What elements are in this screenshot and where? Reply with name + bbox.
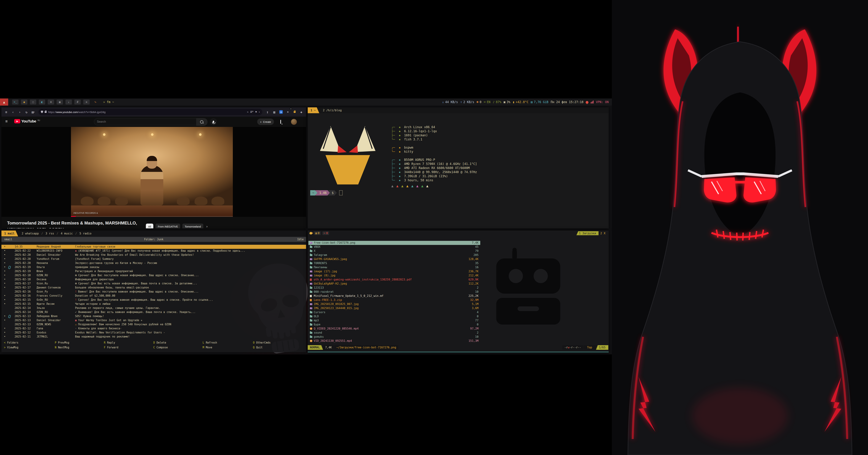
mail-row[interactable]: •2025-02-13Daniel Shnaider▣Your Warmy To… (1, 318, 306, 322)
arch-launcher-button[interactable]: ▲ (0, 98, 8, 105)
mail-row[interactable]: 2025-02-16Ozon_Py!Важно! Для Вас поступи… (1, 290, 306, 294)
youtube-logo[interactable]: ▶ YouTubeRU (14, 119, 40, 123)
keybind-compose[interactable]: CCompose (153, 346, 168, 349)
voice-search-button[interactable] (210, 118, 217, 125)
video-thumbnail[interactable]: iNEGATIVE RECORDS & (71, 127, 233, 217)
workspace-pulse[interactable]: ∿ (92, 100, 98, 104)
file-row[interactable]: image (17).jpg236,7K (308, 269, 480, 273)
mail-row[interactable]: •2025-02-18ОксанаИнформация для директор… (1, 278, 306, 282)
mail-tab[interactable]: 3 rss (45, 232, 54, 235)
vifm-tab-active[interactable]: 1 Загрузки (577, 231, 598, 235)
file-row[interactable]: X79 (308, 249, 480, 253)
keybind-quit[interactable]: QQuit (253, 346, 262, 349)
file-row[interactable]: Q_VIDEO_20241220_085546.mp497,2M (308, 327, 480, 331)
chevron-right-icon[interactable]: › (207, 225, 208, 228)
file-row[interactable]: GkC0yLaXgAAP-H2.jpeg112,2K (308, 282, 480, 286)
tracking-shield-icon[interactable] (41, 111, 43, 113)
mail-tab[interactable]: 2 whatsapp (22, 232, 39, 235)
reader-mode-button[interactable]: ▤▾ (30, 109, 36, 115)
keybind-reply[interactable]: RReply (104, 341, 115, 344)
file-row[interactable]: image (8).jpg212,4K (308, 273, 480, 278)
file-row[interactable]: gomuks10 (308, 335, 480, 339)
mail-row[interactable]: 2025-02-14OZON_RU✓ Внимание! Для Вас ест… (1, 310, 306, 314)
file-row[interactable]: mp377 (308, 319, 480, 323)
filter-chip[interactable]: From iNEGATIVE (155, 224, 180, 228)
filter-chip[interactable]: Tomorrowland (182, 224, 203, 228)
file-row[interactable]: VID_20241130_092551.mp4151,3M (308, 339, 480, 343)
file-row[interactable]: TORRENTS35 (308, 261, 480, 265)
password-manager-button[interactable] (291, 109, 298, 115)
file-row[interactable]: Telegram205 (308, 253, 480, 257)
ghost-module[interactable]: ☻0 (476, 100, 482, 104)
file-row[interactable]: IMG_20250128_091825_007.jpg5,1M (308, 302, 480, 306)
forward-button[interactable]: › (17, 109, 23, 115)
workspace-windows[interactable]: ⊞ (48, 100, 54, 104)
translate-icon[interactable]: A* (250, 110, 253, 113)
file-row[interactable]: OLD0 (308, 315, 480, 319)
workspace-browser[interactable]: ◉ (21, 100, 27, 104)
workspace-files[interactable]: ▢ (30, 100, 36, 104)
workspace-list[interactable]: ≡ (83, 100, 90, 104)
file-row[interactable]: Lens-FREE-1.3.zip32,9M (308, 298, 480, 302)
video-player[interactable]: iNEGATIVE RECORDS & (1, 127, 306, 217)
mail-row[interactable]: •2025-02-11JETMAILВаш надежный подрядчик… (1, 335, 306, 339)
mail-row[interactable]: •2025-02-15OzOn_RU!Срочно! Для Вас посту… (1, 298, 306, 302)
file-row[interactable]: VBOX45 (308, 245, 480, 249)
chevron-down-icon[interactable]: ▾ (259, 111, 260, 113)
mail-row[interactable]: •2025-02-13Лебедева ЮлияSOS! Нужна помощ… (1, 314, 306, 318)
url-text[interactable]: https://www.youtube.com/watch?v=5b8A-jgx… (48, 110, 245, 113)
keybind-forward[interactable]: FForward (104, 346, 118, 349)
mail-row[interactable]: •14:35Медведев АндрейГлобальные торговые… (1, 245, 306, 249)
mail-row[interactable]: •2025-02-19Ольгаприведем заказы (1, 265, 306, 269)
extension-blue-button[interactable]: ◆ (278, 109, 284, 115)
mail-row[interactable]: •2025-02-16Frances ConnollyDonation of $… (1, 294, 306, 298)
terminal-cursor[interactable] (339, 190, 343, 195)
terminal-tab[interactable]: 2 /h/z/blog (323, 108, 342, 112)
mail-row[interactable]: 2025-02-13OZON_NEWS⚠Поздравляем! Вам нач… (1, 322, 306, 326)
file-row[interactable]: Буря0 (308, 323, 480, 327)
bookmark-icon[interactable]: ⚑ (255, 110, 257, 113)
file-row[interactable]: 1231132 (308, 286, 480, 290)
file-row[interactable]: Пингвины16 (308, 265, 480, 269)
workspace-downloads[interactable]: ↓ (65, 100, 72, 104)
mail-row[interactable]: •2025-02-20НеонилаЭкспресс-доставка груз… (1, 261, 306, 265)
workspace-media[interactable]: ▦ (57, 100, 63, 104)
volume-module[interactable]: ♪87% (493, 100, 501, 104)
rss-icon[interactable]: ⌁ (247, 110, 248, 113)
keybind-delete[interactable]: DDelete (153, 341, 166, 344)
mail-row[interactable]: •2025-02-20Daniel ShnaiderWe Are Breakin… (1, 253, 306, 257)
youtube-menu-button[interactable]: ≡ (5, 119, 8, 124)
workspace-hash[interactable]: # (74, 100, 81, 104)
url-bar[interactable]: https://www.youtube.com/watch?v=5b8A-jgx… (38, 109, 262, 115)
mail-row[interactable]: •2025-02-17Даниил СотниковБольшое обновл… (1, 286, 306, 290)
mail-row[interactable]: •2025-02-17Ozon.Ru⊠ Срочно! Для Вас есть… (1, 282, 306, 286)
file-row[interactable]: oth_A_ardor-gaming-wakizashi_instrukcia_… (308, 278, 480, 282)
mail-tab[interactable]: 5 radio (80, 232, 91, 235)
file-row[interactable]: free-icon-bot-7167276.png7,4K (308, 241, 480, 245)
reload-button[interactable]: ↻ (24, 109, 30, 115)
extensions-button[interactable]: ❖ (298, 109, 304, 115)
keybind-move[interactable]: MMove (203, 346, 212, 349)
file-row[interactable]: sound2 (308, 331, 480, 335)
keybind-folders[interactable]: <Folders (4, 341, 18, 344)
mail-row[interactable]: •2025-02-12Гала· Клиенты для вашего бизн… (1, 326, 306, 331)
screenshot-button[interactable]: ⌖ (285, 109, 291, 115)
back-button[interactable]: ‹ (10, 109, 16, 115)
notifications-button[interactable] (280, 120, 281, 123)
search-input[interactable] (94, 120, 196, 123)
mail-row[interactable]: •2025-02-18OZON_RU⊠ Срочно! Для Вас пост… (1, 273, 306, 278)
mail-row[interactable]: •2025-02-12ExodusExodus Wallet: New Veri… (1, 331, 306, 335)
avatar[interactable] (291, 119, 297, 125)
mail-row[interactable]: 2025-02-14ЭльзаРеклама от первого лица, … (1, 306, 306, 310)
mail-row[interactable]: •2025-02-20YunoHost Forum[YunoHost Forum… (1, 257, 306, 261)
workspace-terminal[interactable]: >_ (12, 100, 19, 104)
file-row[interactable]: IMG_20250123_164440_015.jpg3,6M (308, 306, 480, 310)
mail-row[interactable]: •2025-02-19ЮлияРегистрация и Ликвидация … (1, 269, 306, 273)
downloads-button[interactable]: ↧ (265, 109, 271, 115)
keybind-refresh[interactable]: LRefresh (203, 341, 217, 344)
filter-chip[interactable]: All (146, 224, 153, 228)
search-box[interactable] (94, 118, 196, 125)
mail-row[interactable]: •2025-02-15Идите ЛесомЧетыре истории о л… (1, 302, 306, 306)
sidebar-toggle-button[interactable]: ≡ (3, 109, 9, 115)
file-row[interactable]: GkFPR-GXUAACWSS.jpeg128,4K (308, 257, 480, 261)
